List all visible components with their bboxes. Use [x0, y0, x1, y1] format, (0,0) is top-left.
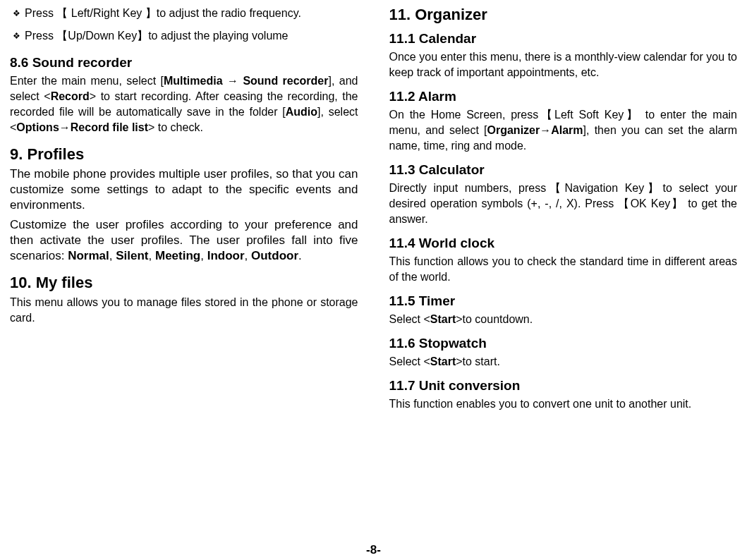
heading-my-files: 10. My files	[10, 274, 358, 292]
text: Select <	[389, 313, 430, 325]
bold-text: Start	[430, 355, 456, 367]
paragraph: The mobile phone provides multiple user …	[10, 166, 358, 213]
heading-timer: 11.5 Timer	[389, 293, 738, 309]
text: Enter the main menu, select [	[10, 75, 164, 87]
heading-alarm: 11.2 Alarm	[389, 89, 738, 104]
diamond-bullet-icon: ❖	[13, 6, 20, 21]
text: >to start.	[456, 355, 500, 367]
text: ,	[200, 249, 207, 262]
diamond-bullet-icon: ❖	[13, 28, 20, 44]
bold-text: Silent	[116, 249, 148, 262]
text: .	[298, 249, 302, 262]
bullet-text: Press 【 Left/Right Key 】to adjust the ra…	[25, 6, 358, 21]
text: On the Home Screen, press	[389, 109, 539, 121]
bold-text: Record	[51, 90, 90, 102]
bold-text: Options→Record file list	[16, 121, 148, 133]
right-column: 11. Organizer 11.1 Calendar Once you ent…	[389, 6, 738, 528]
heading-calculator: 11.3 Calculator	[389, 162, 738, 178]
text: ,	[149, 249, 155, 262]
paragraph: On the Home Screen, press【Left Soft Key】…	[389, 107, 738, 154]
key-label: 【Navigation Key】	[546, 182, 662, 194]
paragraph: This menu allows you to manage files sto…	[10, 295, 358, 326]
key-label: 【OK Key】	[618, 197, 684, 209]
paragraph: This function allows you to check the st…	[389, 254, 738, 285]
text: to adjust the playing volume	[148, 30, 288, 42]
paragraph: Once you enter this menu, there is a mon…	[389, 49, 738, 80]
bold-text: Start	[430, 313, 456, 325]
paragraph: This function enables you to convert one…	[389, 396, 738, 412]
text: →	[223, 75, 243, 87]
bold-text: Organizer→Alarm	[487, 124, 583, 136]
bold-text: Audio	[286, 106, 317, 118]
bullet-item: ❖ Press 【Up/Down Key】to adjust the playi…	[10, 28, 358, 44]
text: Select <	[389, 355, 430, 367]
bold-text: Meeting	[155, 249, 200, 262]
bold-text: Multimedia	[164, 75, 223, 87]
paragraph: Select <Start>to start.	[389, 354, 738, 370]
key-label: 【Left Soft Key】	[538, 109, 640, 121]
text: to adjust the radio frequency.	[157, 7, 301, 19]
paragraph: Directly input numbers, press【Navigation…	[389, 181, 738, 227]
text: ,	[109, 249, 116, 262]
left-column: ❖ Press 【 Left/Right Key 】to adjust the …	[10, 6, 358, 528]
bold-text: Indoor	[207, 249, 245, 262]
heading-profiles: 9. Profiles	[10, 145, 358, 164]
heading-sound-recorder: 8.6 Sound recorder	[10, 55, 358, 71]
paragraph: Select <Start>to countdown.	[389, 312, 738, 327]
text: Directly input numbers, press	[389, 182, 547, 194]
text: Press	[25, 7, 56, 19]
bold-text: Outdoor	[251, 249, 298, 262]
heading-stopwatch: 11.6 Stopwatch	[389, 336, 738, 351]
key-label: 【 Left/Right Key 】	[56, 7, 156, 19]
key-label: 【Up/Down Key】	[56, 30, 148, 42]
heading-world-clock: 11.4 World clock	[389, 236, 738, 251]
heading-calendar: 11.1 Calendar	[389, 31, 738, 47]
text: Press	[25, 30, 56, 42]
heading-unit-conversion: 11.7 Unit conversion	[389, 378, 738, 394]
heading-organizer: 11. Organizer	[389, 6, 738, 24]
bold-text: Sound recorder	[243, 75, 328, 87]
bullet-item: ❖ Press 【 Left/Right Key 】to adjust the …	[10, 6, 358, 21]
text: > to check.	[148, 121, 203, 133]
text: >to countdown.	[456, 313, 533, 325]
paragraph: Customize the user profiles according to…	[10, 217, 358, 264]
text: ,	[245, 249, 251, 262]
page-number: -8-	[0, 543, 747, 557]
bold-text: Normal	[68, 249, 109, 262]
paragraph: Enter the main menu, select [Multimedia …	[10, 73, 358, 135]
bullet-text: Press 【Up/Down Key】to adjust the playing…	[25, 28, 358, 44]
